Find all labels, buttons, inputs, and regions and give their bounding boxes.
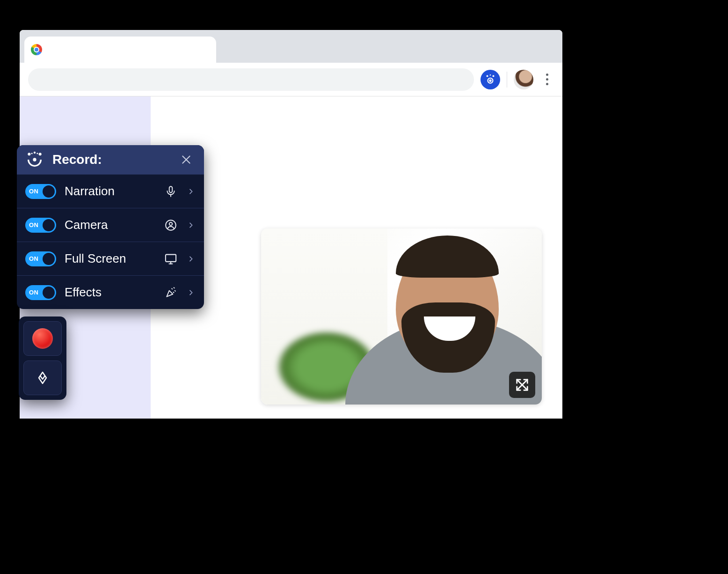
label-effects: Effects [65,285,155,300]
browser-toolbar [20,63,562,96]
draw-button[interactable] [23,361,62,395]
svg-point-2 [487,75,488,77]
control-stack [19,316,66,400]
label-camera: Camera [65,218,155,232]
brand-logo-icon [25,150,44,169]
profile-avatar[interactable] [514,70,533,89]
record-button[interactable] [23,321,62,356]
browser-menu-button[interactable] [540,70,554,89]
toggle-on-label: ON [29,289,39,296]
toggle-fullscreen[interactable]: ON [25,251,56,266]
chevron-right-icon [187,289,195,296]
svg-point-12 [36,153,38,154]
chrome-logo-icon [31,44,42,55]
monitor-icon [164,252,178,266]
toggle-on-label: ON [29,221,39,228]
chevron-right-icon [187,221,195,229]
camera-preview [261,228,542,405]
address-bar[interactable] [28,68,474,91]
label-narration: Narration [65,184,155,199]
browser-tab[interactable] [24,37,216,63]
svg-point-1 [489,80,491,81]
expand-preview-button[interactable] [509,372,535,398]
svg-point-18 [169,222,173,226]
svg-rect-19 [166,254,176,261]
toggle-on-label: ON [29,188,39,195]
svg-point-3 [493,75,495,77]
svg-point-4 [490,74,491,75]
record-panel-header: Record: [17,145,204,174]
record-panel-title: Record: [52,152,168,167]
person-circle-icon [164,218,178,232]
toggle-camera[interactable]: ON [25,218,56,233]
chevron-fullscreen[interactable] [186,254,196,264]
svg-rect-15 [169,186,173,192]
record-dot-icon [32,328,53,349]
toolbar-divider [507,72,507,88]
row-effects: ON Effects [17,275,204,309]
svg-line-25 [173,292,174,292]
svg-point-8 [28,153,30,155]
extension-icon[interactable] [480,70,500,89]
close-icon [180,154,192,166]
toggle-narration[interactable]: ON [25,184,56,199]
chevron-right-icon [187,255,195,263]
page-main [151,96,562,419]
svg-point-9 [39,153,42,155]
chevron-effects[interactable] [186,288,196,297]
svg-line-24 [175,290,175,291]
row-narration: ON Narration [17,174,204,208]
toggle-effects[interactable]: ON [25,285,56,300]
svg-point-7 [33,158,36,161]
pen-icon [35,370,50,385]
row-camera: ON Camera [17,208,204,242]
chevron-camera[interactable] [186,221,196,230]
chevron-narration[interactable] [186,187,196,196]
microphone-icon [164,184,178,199]
close-panel-button[interactable] [177,150,196,169]
expand-icon [515,378,529,392]
camera-preview-image [261,228,542,405]
svg-line-23 [174,287,175,288]
record-panel: Record: ON Narration ON Camera [17,145,204,309]
chevron-right-icon [187,188,195,195]
confetti-icon [164,286,178,300]
svg-line-22 [172,288,172,289]
row-fullscreen: ON Full Screen [17,242,204,275]
svg-point-11 [31,153,33,154]
tab-strip [20,30,562,63]
svg-point-10 [34,152,36,154]
toggle-on-label: ON [29,255,39,262]
label-fullscreen: Full Screen [65,251,155,266]
